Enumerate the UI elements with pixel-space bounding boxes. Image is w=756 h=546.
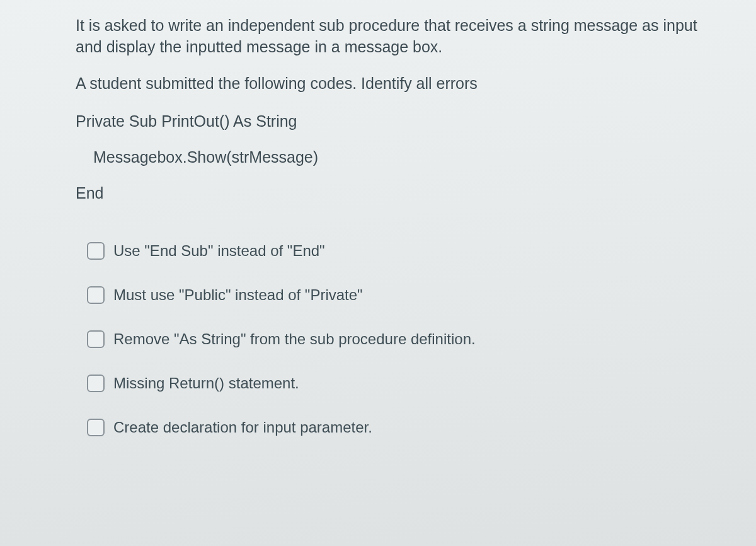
option-4[interactable]: Missing Return() statement. bbox=[87, 375, 699, 392]
option-label: Remove "As String" from the sub procedur… bbox=[113, 330, 476, 348]
option-1[interactable]: Use "End Sub" instead of "End" bbox=[87, 242, 699, 260]
prompt-paragraph-1: It is asked to write an independent sub … bbox=[76, 15, 699, 58]
question-prompt: It is asked to write an independent sub … bbox=[76, 15, 699, 94]
option-2[interactable]: Must use "Public" instead of "Private" bbox=[87, 286, 699, 304]
checkbox-icon[interactable] bbox=[87, 375, 105, 392]
option-3[interactable]: Remove "As String" from the sub procedur… bbox=[87, 330, 699, 348]
checkbox-icon[interactable] bbox=[87, 419, 105, 436]
option-label: Must use "Public" instead of "Private" bbox=[113, 286, 363, 304]
checkbox-icon[interactable] bbox=[87, 286, 105, 304]
code-snippet: Private Sub PrintOut() As String Message… bbox=[76, 110, 699, 204]
question-page: It is asked to write an independent sub … bbox=[0, 0, 756, 546]
code-line-3: End bbox=[76, 182, 699, 204]
answer-options: Use "End Sub" instead of "End" Must use … bbox=[76, 242, 699, 436]
option-label: Create declaration for input parameter. bbox=[113, 419, 372, 436]
code-line-1: Private Sub PrintOut() As String bbox=[76, 110, 699, 132]
code-line-2: Messagebox.Show(strMessage) bbox=[76, 146, 699, 168]
prompt-paragraph-2: A student submitted the following codes.… bbox=[76, 73, 699, 95]
option-label: Use "End Sub" instead of "End" bbox=[113, 242, 325, 260]
checkbox-icon[interactable] bbox=[87, 242, 105, 260]
option-label: Missing Return() statement. bbox=[113, 375, 299, 392]
option-5[interactable]: Create declaration for input parameter. bbox=[87, 419, 699, 436]
checkbox-icon[interactable] bbox=[87, 330, 105, 348]
